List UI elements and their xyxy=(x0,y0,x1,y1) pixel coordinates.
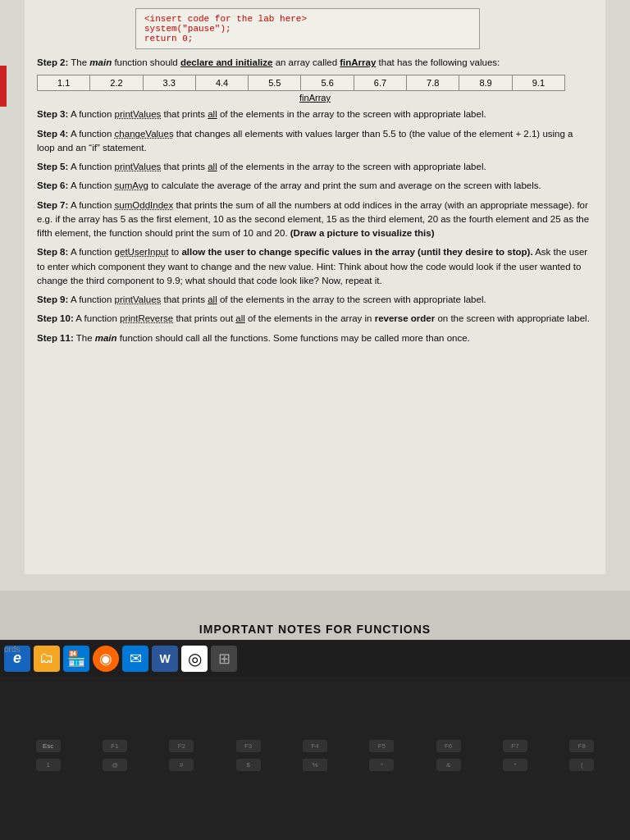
fn-key-row: Esc F1 F2 F3 F4 F5 F6 F7 F8 xyxy=(16,740,614,752)
step3-label: Step 3: xyxy=(37,109,68,119)
step7: Step 7: A function sumOddIndex that prin… xyxy=(37,199,593,241)
code-line-2: system("pause"); xyxy=(144,24,471,34)
grid-app-icon-taskbar[interactable]: ⊞ xyxy=(211,646,237,672)
key-percent[interactable]: % xyxy=(303,759,327,771)
key-star[interactable]: * xyxy=(503,759,527,771)
array-cell-2: 3.3 xyxy=(143,75,195,91)
step6: Step 6: A function sumAvg to calculate t… xyxy=(37,179,593,193)
step10-label: Step 10: xyxy=(37,313,74,323)
array-cell-7: 7.8 xyxy=(407,75,459,91)
word-icon-taskbar[interactable]: W xyxy=(152,646,178,672)
step8-label: Step 8: xyxy=(37,247,68,257)
keyboard-area: Esc F1 F2 F3 F4 F5 F6 F7 F8 1 @ # $ % ^ … xyxy=(0,677,630,840)
array-cell-5: 5.6 xyxy=(301,75,354,91)
key-f3[interactable]: F3 xyxy=(236,740,261,752)
document-content: <insert code for the lab here> system("p… xyxy=(25,0,605,574)
step6-sumavg: sumAvg xyxy=(115,180,148,190)
key-amp[interactable]: & xyxy=(436,759,461,771)
step2: Step 2: The main function should declare… xyxy=(37,56,593,70)
document-area: <insert code for the lab here> system("p… xyxy=(0,0,630,591)
key-f1[interactable]: F1 xyxy=(103,740,127,752)
key-3[interactable]: # xyxy=(169,759,194,771)
step11: Step 11: The main function should call a… xyxy=(37,331,593,345)
avast-icon-taskbar[interactable]: ◉ xyxy=(93,646,119,672)
array-label: finArray xyxy=(37,93,593,103)
code-box: <insert code for the lab here> system("p… xyxy=(135,8,480,49)
array-cell-1: 2.2 xyxy=(90,75,143,91)
key-at[interactable]: @ xyxy=(103,759,127,771)
step3-printvalues: printValues xyxy=(115,109,162,119)
array-cell-9: 9.1 xyxy=(512,75,564,91)
key-f6[interactable]: F6 xyxy=(436,740,461,752)
step3: Step 3: A function printValues that prin… xyxy=(37,107,593,121)
key-f8[interactable]: F8 xyxy=(569,740,594,752)
step10: Step 10: A function printReverse that pr… xyxy=(37,312,593,326)
key-caret[interactable]: ^ xyxy=(369,759,394,771)
step2-main: main xyxy=(89,57,112,67)
array-cell-6: 6.7 xyxy=(354,75,406,91)
key-f4[interactable]: F4 xyxy=(303,740,327,752)
array-cell-0: 1.1 xyxy=(38,75,90,91)
key-f5[interactable]: F5 xyxy=(369,740,394,752)
bottom-gray-area: IMPORTANT NOTES FOR FUNCTIONS xyxy=(0,591,630,640)
step8: Step 8: A function getUserInput to allow… xyxy=(37,245,593,288)
array-cell-4: 5.5 xyxy=(249,75,301,91)
step10-printreverse: printReverse xyxy=(120,313,173,323)
step9-label: Step 9: xyxy=(37,294,68,304)
step5-printvalues: printValues xyxy=(115,162,162,171)
code-line-3: return 0; xyxy=(144,34,471,43)
step5-label: Step 5: xyxy=(37,162,68,171)
step4-changevalues: changeValues xyxy=(115,129,174,139)
array-cell-8: 8.9 xyxy=(459,75,512,91)
array-table: 1.1 2.2 3.3 4.4 5.5 5.6 6.7 7.8 8.9 9.1 xyxy=(37,75,565,91)
step11-label: Step 11: xyxy=(37,333,74,343)
key-dollar[interactable]: $ xyxy=(236,759,261,771)
step2-label: Step 2: xyxy=(37,57,68,67)
chrome-icon-taskbar[interactable]: ◎ xyxy=(181,646,208,672)
code-line-1: <insert code for the lab here> xyxy=(144,14,471,24)
bookmark xyxy=(0,66,7,107)
key-f2[interactable]: F2 xyxy=(169,740,194,752)
taskbar: ords e 🗂 🏪 ◉ ✉ W ◎ ⊞ xyxy=(0,640,630,677)
key-f7[interactable]: F7 xyxy=(503,740,527,752)
key-esc[interactable]: Esc xyxy=(36,740,61,752)
folder-icon-taskbar[interactable]: 🗂 xyxy=(34,646,60,672)
mail-icon-taskbar[interactable]: ✉ xyxy=(122,646,148,672)
important-notes-heading: IMPORTANT NOTES FOR FUNCTIONS xyxy=(199,623,431,636)
word-count-label: ords xyxy=(4,645,20,654)
array-cell-3: 4.4 xyxy=(195,75,248,91)
store-icon-taskbar[interactable]: 🏪 xyxy=(63,646,89,672)
step6-label: Step 6: xyxy=(37,180,68,190)
step11-main: main xyxy=(95,333,117,343)
key-paren[interactable]: ( xyxy=(569,759,594,771)
number-key-row: 1 @ # $ % ^ & * ( xyxy=(16,759,614,771)
step4-label: Step 4: xyxy=(37,129,68,139)
key-1[interactable]: 1 xyxy=(36,759,61,771)
step4: Step 4: A function changeValues that cha… xyxy=(37,127,593,156)
step7-label: Step 7: xyxy=(37,200,68,210)
step8-getuserinput: getUserInput xyxy=(115,247,169,257)
step9: Step 9: A function printValues that prin… xyxy=(37,293,593,307)
step9-printvalues: printValues xyxy=(115,294,162,304)
step7-sumoddindex: sumOddIndex xyxy=(115,200,174,210)
step5: Step 5: A function printValues that prin… xyxy=(37,160,593,174)
